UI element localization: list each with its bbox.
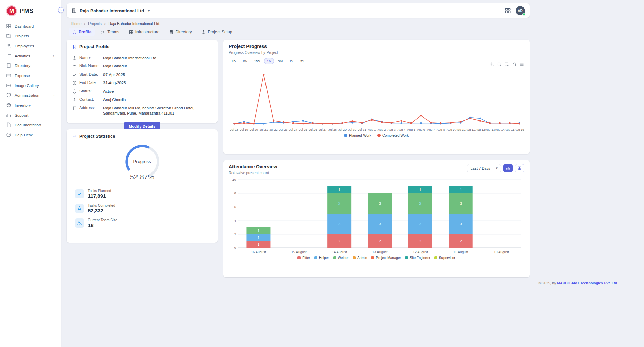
sidebar-item-help-desk[interactable]: Help Desk xyxy=(0,130,61,140)
stat-tasks-planned: Tasks Planned 117,891 xyxy=(75,188,212,199)
sidebar-item-inventory[interactable]: Inventory xyxy=(0,100,61,110)
svg-text:Jul 31: Jul 31 xyxy=(358,128,366,131)
svg-text:11 August: 11 August xyxy=(453,250,468,254)
directory-tab-icon xyxy=(169,30,173,34)
sidebar-item-employees[interactable]: Employees xyxy=(0,41,61,51)
chevron-right-icon: › xyxy=(53,93,54,98)
sidebar-item-documentation[interactable]: Documentation xyxy=(0,120,61,130)
sidebar-item-label: Activities xyxy=(15,54,30,58)
svg-text:1: 1 xyxy=(258,236,260,240)
tab-project-setup[interactable]: Project Setup xyxy=(198,28,236,36)
range-pill[interactable]: 1D xyxy=(229,58,238,64)
legend-item[interactable]: Completed Work xyxy=(377,133,409,137)
field-value: Active xyxy=(103,89,114,94)
progress-gauge: Progress xyxy=(124,143,161,180)
apps-grid-icon[interactable] xyxy=(505,7,511,14)
tab-label: Teams xyxy=(107,30,119,34)
menu-lines-icon[interactable] xyxy=(519,62,524,67)
svg-text:Jul 24: Jul 24 xyxy=(289,128,297,131)
days-filter-select[interactable]: Last 7 Days ▾ xyxy=(467,164,501,172)
svg-text:0: 0 xyxy=(234,246,236,250)
sidebar-item-image-gallery[interactable]: Image Gallery xyxy=(0,80,61,90)
svg-text:Jul 23: Jul 23 xyxy=(279,128,287,131)
svg-text:3: 3 xyxy=(460,202,462,206)
gear-icon xyxy=(72,56,77,60)
tab-label: Profile xyxy=(79,30,91,34)
avatar[interactable]: AD xyxy=(516,6,525,15)
dashboard-icon xyxy=(6,24,11,29)
legend-item[interactable]: Project Manager xyxy=(371,256,401,260)
svg-text:2: 2 xyxy=(460,239,462,243)
sidebar-item-administration[interactable]: Administration › xyxy=(0,90,61,100)
legend-item[interactable]: Helper xyxy=(314,256,329,260)
tab-directory[interactable]: Directory xyxy=(165,28,195,36)
sidebar-item-activities[interactable]: Activities › xyxy=(0,51,61,61)
svg-text:Aug 16: Aug 16 xyxy=(515,128,524,131)
footer-link[interactable]: MARCO AIoT Technologies Pvt. Ltd. xyxy=(557,281,618,285)
attendance-overview-card: Attendance Overview Role-wise present co… xyxy=(223,160,530,277)
stat-tasks-completed: Tasks Completed 62,332 xyxy=(75,203,212,213)
gauge-label: Progress xyxy=(124,159,161,164)
breadcrumb-home[interactable]: Home xyxy=(71,21,81,26)
attendance-bar-chart[interactable]: 024681011116 August15 August233114 Augus… xyxy=(229,176,524,255)
legend-item[interactable]: Welder xyxy=(333,256,349,260)
field-label: End Date: xyxy=(79,80,100,85)
home-icon[interactable] xyxy=(512,62,517,67)
book-icon xyxy=(6,63,11,68)
zoom-out-icon[interactable] xyxy=(497,62,502,67)
svg-text:3: 3 xyxy=(338,202,340,206)
sidebar-item-directory[interactable]: Directory xyxy=(0,61,61,71)
legend-item[interactable]: Planned Work xyxy=(344,133,371,137)
logo[interactable]: M PMS xyxy=(0,0,61,21)
svg-text:Jul 21: Jul 21 xyxy=(260,128,268,131)
range-pill[interactable]: 3M xyxy=(275,58,285,64)
field-contact: Contact: Anuj Chordia xyxy=(72,96,212,104)
footer-text: © 2025, by xyxy=(538,281,557,285)
zoom-in-icon[interactable] xyxy=(489,62,494,67)
table-view-button[interactable] xyxy=(515,164,524,172)
legend-item[interactable]: Fitter xyxy=(297,256,310,260)
range-pill[interactable]: 1M xyxy=(264,58,274,64)
sidebar-item-dashboard[interactable]: Dashboard xyxy=(0,21,61,31)
svg-text:Aug 6: Aug 6 xyxy=(417,128,425,131)
breadcrumb-projects[interactable]: Projects xyxy=(88,21,102,26)
tab-infrastructure[interactable]: Infrastructure xyxy=(126,28,163,36)
profile-tab-icon xyxy=(72,30,77,34)
range-pill[interactable]: 5Y xyxy=(297,58,307,64)
svg-text:Aug 7: Aug 7 xyxy=(427,128,435,131)
range-pill[interactable]: 1Y xyxy=(287,58,296,64)
svg-text:Aug 13: Aug 13 xyxy=(485,128,495,131)
logo-mark-icon: M xyxy=(6,5,17,16)
svg-text:Jul 26: Jul 26 xyxy=(309,128,317,131)
sidebar-item-expense[interactable]: Expense xyxy=(0,71,61,80)
svg-text:Aug 14: Aug 14 xyxy=(495,128,505,131)
legend-item[interactable]: Admin xyxy=(353,256,367,260)
tab-label: Infrastructure xyxy=(135,30,160,34)
box-zoom-icon[interactable] xyxy=(504,62,509,67)
svg-text:Jul 28: Jul 28 xyxy=(328,128,337,131)
tab-teams[interactable]: Teams xyxy=(97,28,123,36)
sidebar-item-support[interactable]: Support xyxy=(0,110,61,120)
sidebar-item-projects[interactable]: Projects xyxy=(0,31,61,41)
bar-view-button[interactable] xyxy=(503,164,513,172)
field-name: Name: Raja Bahadur International Ltd. xyxy=(72,54,212,62)
main-area: Raja Bahadur International Ltd. ▾ AD Hom… xyxy=(61,0,644,347)
range-pill[interactable]: 15D xyxy=(251,58,262,64)
svg-text:10 August: 10 August xyxy=(494,250,509,254)
svg-text:3: 3 xyxy=(419,222,421,226)
progress-line-chart[interactable]: Jul 18Jul 19Jul 20Jul 21Jul 22Jul 23Jul … xyxy=(229,66,524,133)
user-icon xyxy=(6,43,11,48)
tab-profile[interactable]: Profile xyxy=(69,28,95,36)
legend-item[interactable]: Site Engineer xyxy=(405,256,430,260)
company-selector[interactable]: Raja Bahadur International Ltd. ▾ xyxy=(71,8,150,13)
company-name: Raja Bahadur International Ltd. xyxy=(80,8,145,13)
field-label: Nick Name: xyxy=(79,64,100,68)
legend-item[interactable]: Supervisor xyxy=(434,256,455,260)
range-pill[interactable]: 1W xyxy=(240,58,250,64)
chart-line-icon xyxy=(72,134,77,139)
sidebar-collapse-button[interactable]: ‹ xyxy=(58,7,64,13)
field-value: 31-Aug-2025 xyxy=(103,80,126,86)
chart-subtitle: Progress Overview by Project xyxy=(229,50,524,55)
svg-text:Jul 18: Jul 18 xyxy=(230,128,238,131)
field-value: Raja Bahadur Mill Rd, behind Sheraton Gr… xyxy=(103,106,212,116)
